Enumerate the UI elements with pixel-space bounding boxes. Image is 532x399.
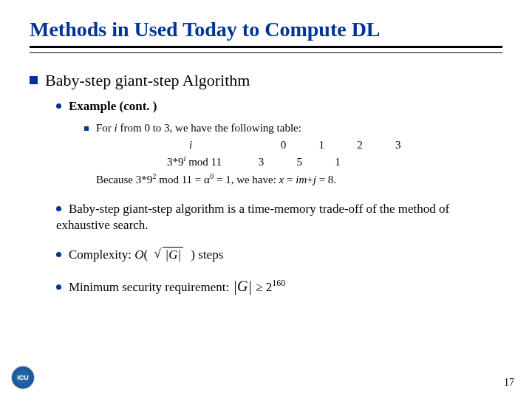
because-a: Because 3*9 xyxy=(96,174,152,185)
complexity-G: G xyxy=(164,248,182,262)
complexity-O: O xyxy=(134,248,143,262)
table-intro-a: For xyxy=(96,122,115,134)
security-a: Minimum security requirement: xyxy=(69,280,232,294)
table-col-2: 2 xyxy=(357,137,392,154)
complexity-a: Complexity: xyxy=(69,248,134,262)
because-end: = 8. xyxy=(316,174,336,185)
dot-bullet-icon xyxy=(56,103,61,109)
security-exp: 160 xyxy=(272,279,285,289)
table-row2-label: 3*9i mod 11 xyxy=(167,153,256,171)
small-bullet-icon xyxy=(84,126,89,131)
table-because: Because 3*92 mod 11 = α0 = 1, we have: x… xyxy=(96,171,502,188)
level2-tradeoff: Baby-step giant-step algorithm is a time… xyxy=(56,201,502,233)
table-row-header: i 0 1 2 3 xyxy=(167,137,502,154)
because-im: im xyxy=(296,174,307,185)
table-col-1: 1 xyxy=(319,137,355,154)
security-G: G xyxy=(232,278,252,294)
because-b: mod 11 = α xyxy=(156,174,209,185)
level1-text: Baby-step giant-step Algorithm xyxy=(45,71,250,89)
dot-bullet-icon xyxy=(56,252,61,257)
level2-security: Minimum security requirement: G ≥ 2160 xyxy=(56,276,502,296)
logo-icon: ICU xyxy=(12,366,34,389)
because-eq: = xyxy=(284,174,296,185)
table-row-values: 3*9i mod 11 3 5 1 xyxy=(167,153,502,171)
security-geq: ≥ 2 xyxy=(253,280,272,294)
table-val-0: 3 xyxy=(259,154,294,171)
complexity-open: ( xyxy=(144,248,149,262)
level2-text: Example (cont. ) xyxy=(69,99,157,113)
because-c: = 1, we have: xyxy=(214,174,279,185)
level2-complexity: Complexity: O( G ) steps xyxy=(56,247,502,263)
because-plus: + xyxy=(307,174,313,185)
complexity-close: ) steps xyxy=(191,248,223,262)
table-val-2: 1 xyxy=(335,154,370,171)
row2-b: mod 11 xyxy=(185,156,222,168)
page-number: 17 xyxy=(504,377,514,389)
sqrt-icon: G xyxy=(161,247,183,263)
table-col-0: 0 xyxy=(281,137,316,154)
slide-title: Methods in Used Today to Compute DL xyxy=(30,18,502,41)
row2-a: 3*9 xyxy=(167,156,184,168)
title-underline-thin xyxy=(30,52,502,53)
level2-example: Example (cont. ) xyxy=(56,99,502,114)
square-bullet-icon xyxy=(30,76,38,84)
level1-item: Baby-step giant-step Algorithm xyxy=(30,71,502,90)
table-row1-label: i xyxy=(167,137,278,154)
level3-table-block: For i from 0 to 3, we have the following… xyxy=(84,120,502,188)
tradeoff-text: Baby-step giant-step algorithm is a time… xyxy=(56,202,449,232)
dot-bullet-icon xyxy=(56,284,61,290)
table-intro-b: from 0 to 3, we have the following table… xyxy=(117,122,301,134)
table-col-3: 3 xyxy=(395,137,431,154)
title-underline-thick xyxy=(30,46,502,48)
table-val-1: 5 xyxy=(297,154,332,171)
dot-bullet-icon xyxy=(56,206,61,211)
